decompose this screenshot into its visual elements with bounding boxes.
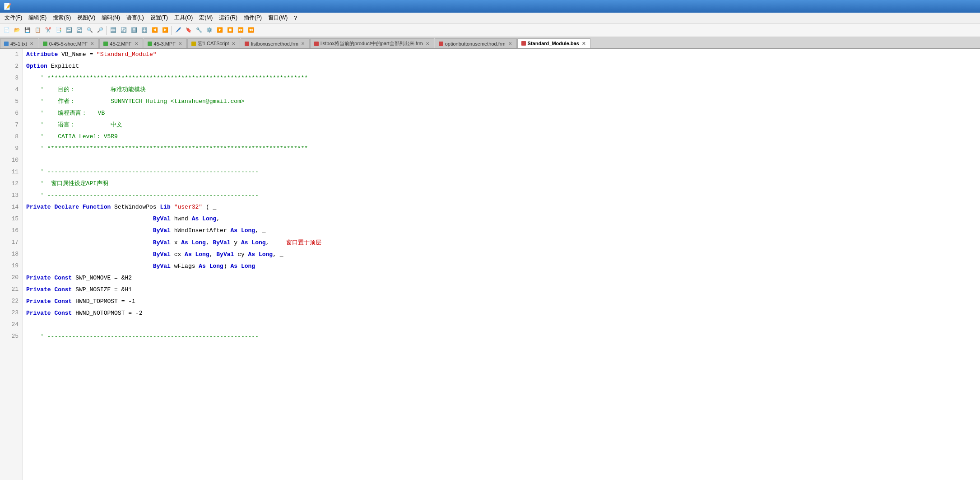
tab-icon <box>43 42 47 46</box>
keyword: Private Const <box>26 286 72 293</box>
tab-Standard_Module_bas[interactable]: Standard_Module.bas✕ <box>517 38 590 48</box>
line-number: 20 <box>4 272 19 284</box>
toolbar-button[interactable]: 🔎 <box>95 25 105 35</box>
toolbar-button[interactable]: 🔧 <box>194 25 204 35</box>
tab-close-button[interactable]: ✕ <box>425 41 430 46</box>
comment: ' 语言： 中文 <box>26 121 122 128</box>
toolbar-button[interactable]: ↪️ <box>74 25 84 35</box>
tab-icon <box>245 42 249 46</box>
menu-item-窗口(W)[interactable]: 窗口(W) <box>265 13 290 23</box>
tab-label: 45-3.MPF <box>154 41 176 47</box>
toolbar-button[interactable]: ⏹️ <box>225 25 235 35</box>
code-line <box>26 154 976 166</box>
line-number: 16 <box>4 225 19 237</box>
toolbar-button[interactable]: 💾 <box>23 25 33 35</box>
tab-icon <box>103 42 108 46</box>
tab-45_2_MPF[interactable]: 45-2.MPF✕ <box>99 38 143 48</box>
comment: ' 作者： SUNNYTECH Huting <tianshuen@gmail.… <box>26 98 245 105</box>
menu-item-语言(L)[interactable]: 语言(L) <box>124 13 147 23</box>
code-content[interactable]: Attribute VB_Name = "Standard_Module"Opt… <box>23 49 980 480</box>
toolbar-button[interactable]: ⚙️ <box>204 25 214 35</box>
keyword: ByVal <box>153 251 171 258</box>
tab-close-button[interactable]: ✕ <box>177 41 183 46</box>
tab-close-button[interactable]: ✕ <box>134 41 139 46</box>
comment: ' --------------------------------------… <box>26 168 259 175</box>
toolbar-button[interactable]: ▶️ <box>215 25 225 35</box>
code-line: ByVal hwnd As Long, _ <box>26 213 976 225</box>
code-text <box>171 204 174 210</box>
code-line: Private Declare Function SetWindowPos Li… <box>26 201 976 213</box>
tab-listbox____product__part______frm[interactable]: listbox将当前的product中的part全部列出来.frm✕ <box>310 38 434 48</box>
code-text: y <box>231 239 241 246</box>
toolbar-button[interactable]: ▶️ <box>160 25 170 35</box>
toolbar-button[interactable]: 📂 <box>12 25 22 35</box>
menu-item-运行(R)[interactable]: 运行(R) <box>216 13 240 23</box>
line-number: 22 <box>4 295 19 307</box>
tab-label: Standard_Module.bas <box>528 41 579 46</box>
tab-close-button[interactable]: ✕ <box>29 41 34 46</box>
tab-label: listboxusemethod.frm <box>251 41 298 47</box>
app-icon: 📝 <box>4 3 11 10</box>
menu-item-文件(F)[interactable]: 文件(F) <box>2 13 25 23</box>
code-text <box>26 251 153 258</box>
tab-0_45_5_shoe_MPF[interactable]: 0-45-5-shoe.MPF✕ <box>39 38 99 48</box>
code-text <box>26 227 153 234</box>
menu-item-编码(N)[interactable]: 编码(N) <box>99 13 123 23</box>
menu-bar: 文件(F)编辑(E)搜索(S)视图(V)编码(N)语言(L)设置(T)工具(O)… <box>0 13 980 23</box>
tab-listboxusemethod_frm[interactable]: listboxusemethod.frm✕ <box>241 38 310 48</box>
keyword: As Long <box>185 251 209 258</box>
keyword: ByVal <box>153 263 171 270</box>
keyword: As Long <box>231 227 255 234</box>
toolbar-button[interactable]: ↩️ <box>64 25 74 35</box>
line-number: 14 <box>4 201 19 213</box>
toolbar-button[interactable]: 📑 <box>54 25 64 35</box>
toolbar-button[interactable]: ⬆️ <box>129 25 139 35</box>
tab-close-button[interactable]: ✕ <box>581 41 586 46</box>
code-line: Option Explicit <box>26 61 976 72</box>
toolbar-button[interactable]: ⬇️ <box>139 25 149 35</box>
keyword: As Long <box>199 263 223 270</box>
toolbar-button[interactable]: 🔍 <box>85 25 95 35</box>
toolbar-button[interactable]: 🔤 <box>108 25 118 35</box>
tab-bar[interactable]: 45-1.txt✕0-45-5-shoe.MPF✕45-2.MPF✕45-3.M… <box>0 37 980 49</box>
menu-item-?[interactable]: ? <box>291 14 300 22</box>
toolbar-button[interactable]: ⏩ <box>236 25 246 35</box>
menu-item-工具(O)[interactable]: 工具(O) <box>172 13 195 23</box>
code-text: , <box>209 251 217 258</box>
toolbar-button[interactable]: ✂️ <box>43 25 53 35</box>
tab-45_3_MPF[interactable]: 45-3.MPF✕ <box>144 38 187 48</box>
keyword: ByVal <box>153 227 171 234</box>
tab-_1_CATScript[interactable]: 宏1.CATScript✕ <box>187 38 240 48</box>
toolbar-button[interactable]: 🔄 <box>119 25 129 35</box>
keyword: Private Const <box>26 310 72 317</box>
keyword: Attribute <box>26 51 58 58</box>
line-number: 2 <box>4 61 19 72</box>
menu-item-编辑(E)[interactable]: 编辑(E) <box>26 13 49 23</box>
code-text: , _ <box>255 227 265 234</box>
code-text: HWND_NOTOPMOST = -2 <box>72 310 142 317</box>
tab-optionbuttonusemethod_frm[interactable]: optionbuttonusemethod.frm✕ <box>435 38 517 48</box>
tab-close-button[interactable]: ✕ <box>507 41 513 46</box>
menu-item-插件(P)[interactable]: 插件(P) <box>241 13 265 23</box>
toolbar-button[interactable]: 🖊️ <box>173 25 183 35</box>
tab-45_1_txt[interactable]: 45-1.txt✕ <box>0 38 38 48</box>
keyword: As Long <box>241 239 266 246</box>
code-line: ' --------------------------------------… <box>26 166 976 178</box>
tab-close-button[interactable]: ✕ <box>89 41 95 46</box>
code-line: ByVal x As Long, ByVal y As Long, _ 窗口置于… <box>26 237 976 249</box>
toolbar-button[interactable]: 📋 <box>33 25 43 35</box>
toolbar-button[interactable]: ◀️ <box>150 25 160 35</box>
tab-close-button[interactable]: ✕ <box>300 41 306 46</box>
toolbar-button[interactable]: 🔖 <box>184 25 194 35</box>
tab-close-button[interactable]: ✕ <box>231 41 236 46</box>
menu-item-搜索(S)[interactable]: 搜索(S) <box>50 13 74 23</box>
menu-item-宏(M)[interactable]: 宏(M) <box>196 13 215 23</box>
code-text: SWP_NOSIZE = &H1 <box>72 286 132 293</box>
toolbar-button[interactable]: ⏪ <box>246 25 256 35</box>
line-number: 8 <box>4 131 19 143</box>
menu-item-设置(T)[interactable]: 设置(T) <box>148 13 171 23</box>
menu-item-视图(V)[interactable]: 视图(V) <box>74 13 98 23</box>
line-number: 3 <box>4 72 19 84</box>
line-number: 1 <box>4 49 19 61</box>
toolbar-button[interactable]: 📄 <box>2 25 12 35</box>
